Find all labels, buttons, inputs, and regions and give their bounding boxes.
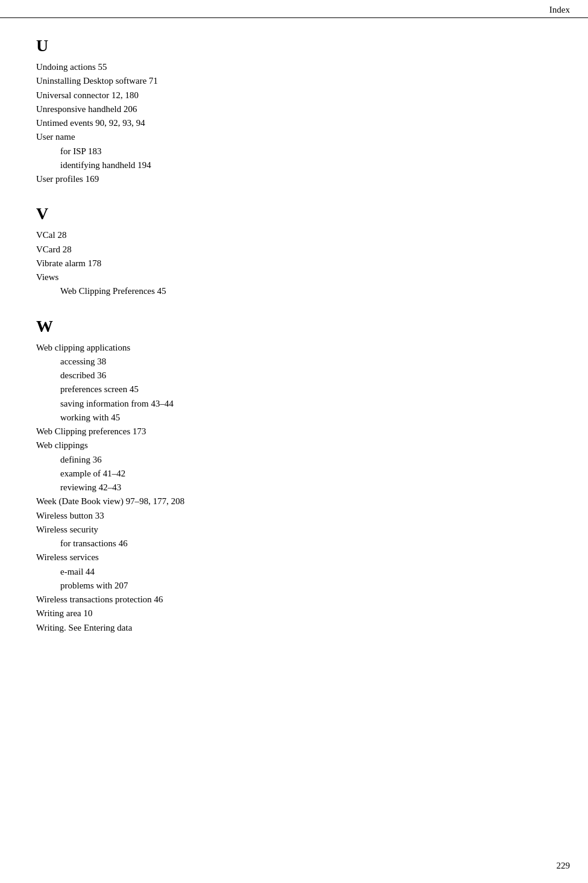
index-entry: Universal connector 12, 180 <box>36 89 552 102</box>
index-entry: for ISP 183 <box>36 145 552 158</box>
index-entry: Week (Date Book view) 97–98, 177, 208 <box>36 495 552 508</box>
section-v: VVCal 28VCard 28Vibrate alarm 178ViewsWe… <box>36 204 552 298</box>
index-entry: Web Clipping preferences 173 <box>36 425 552 438</box>
index-entry: User name <box>36 130 552 144</box>
index-entry: Writing area 10 <box>36 607 552 620</box>
index-entry: preferences screen 45 <box>36 382 552 396</box>
index-entry: working with 45 <box>36 411 552 425</box>
index-entry: Undoing actions 55 <box>36 60 552 74</box>
index-entry: saving information from 43–44 <box>36 397 552 411</box>
index-entry: Unresponsive handheld 206 <box>36 102 552 116</box>
section-w: WWeb clipping applicationsaccessing 38de… <box>36 317 552 635</box>
index-entry: problems with 207 <box>36 579 552 593</box>
index-entry: Wireless button 33 <box>36 509 552 523</box>
index-entry: Views <box>36 270 552 284</box>
section-u: UUndoing actions 55Uninstalling Desktop … <box>36 36 552 186</box>
header-title: Index <box>549 5 570 15</box>
index-entry: Web clipping applications <box>36 341 552 355</box>
page-footer: 229 <box>557 861 571 871</box>
index-entry: reviewing 42–43 <box>36 481 552 495</box>
page-content: UUndoing actions 55Uninstalling Desktop … <box>0 18 588 689</box>
index-entry: User profiles 169 <box>36 172 552 186</box>
index-entry: Uninstalling Desktop software 71 <box>36 74 552 88</box>
index-entry: defining 36 <box>36 453 552 467</box>
index-entry: VCard 28 <box>36 243 552 257</box>
index-entry: Wireless services <box>36 551 552 564</box>
index-entry: for transactions 46 <box>36 537 552 551</box>
index-entry: example of 41–42 <box>36 467 552 481</box>
index-entry: identifying handheld 194 <box>36 158 552 172</box>
page-number: 229 <box>557 861 571 870</box>
index-entry: VCal 28 <box>36 228 552 242</box>
section-letter-w: W <box>36 317 552 336</box>
index-entry: Vibrate alarm 178 <box>36 257 552 270</box>
index-entry: e-mail 44 <box>36 565 552 579</box>
index-entry: accessing 38 <box>36 355 552 369</box>
index-entry: Web Clipping Preferences 45 <box>36 284 552 298</box>
index-entry: Web clippings <box>36 438 552 452</box>
index-entry: Writing. See Entering data <box>36 621 552 635</box>
page-header: Index <box>0 0 588 18</box>
index-entry: Wireless security <box>36 523 552 537</box>
index-entry: Wireless transactions protection 46 <box>36 593 552 607</box>
section-letter-v: V <box>36 204 552 223</box>
section-letter-u: U <box>36 36 552 55</box>
index-entry: Untimed events 90, 92, 93, 94 <box>36 116 552 130</box>
index-entry: described 36 <box>36 369 552 382</box>
